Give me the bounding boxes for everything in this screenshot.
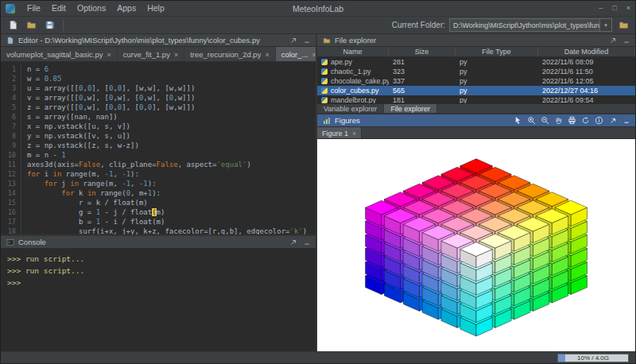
dropdown-arrow-icon[interactable]: ▼ xyxy=(599,19,611,31)
editor-tab-label: tree_recursion_2d.py xyxy=(190,50,261,59)
explorer-bottom-tab[interactable]: File explorer xyxy=(384,104,437,113)
float-panel-icon[interactable] xyxy=(288,35,298,45)
minimize-panel-icon[interactable] xyxy=(301,35,312,45)
file-name: chocolate_cake.py xyxy=(331,77,389,85)
file-size: 181 xyxy=(389,96,456,103)
cursor-icon[interactable] xyxy=(513,115,523,126)
file-row[interactable]: chocolate_cake.py337py2022/11/6 12:05 xyxy=(317,76,635,86)
tab-close-icon[interactable]: × xyxy=(107,51,111,59)
file-explorer-title: File explorer xyxy=(335,36,376,45)
file-row[interactable]: ape.py281py2022/11/6 08:09 xyxy=(317,57,635,67)
file-row[interactable]: color_cubes.py565py2022/12/27 04:16 xyxy=(317,86,635,95)
figures-panel: Figures xyxy=(317,114,635,351)
code-line[interactable]: 2w = 0.85 xyxy=(1,74,316,83)
column-header-file-type[interactable]: File Type xyxy=(456,47,538,56)
tab-close-icon[interactable]: × xyxy=(352,130,356,137)
minimize-window-icon[interactable]: – xyxy=(599,1,603,16)
line-number: 12 xyxy=(1,169,21,179)
browse-folder-icon[interactable] xyxy=(616,18,630,33)
menu-apps[interactable]: Apps xyxy=(111,1,142,16)
tab-close-icon[interactable]: × xyxy=(174,51,178,59)
editor-tab[interactable]: color_...× xyxy=(276,47,316,62)
code-text: for j in range(m, -1, -1): xyxy=(27,179,157,188)
console-icon xyxy=(5,237,15,247)
file-row[interactable]: mandelbrot.py181py2022/11/6 09:54 xyxy=(317,95,635,103)
code-text: n = 6 xyxy=(27,64,48,74)
open-file-icon[interactable] xyxy=(24,18,38,33)
tab-close-icon[interactable]: × xyxy=(265,51,269,59)
code-line[interactable]: 6s = array([nan, nan]) xyxy=(1,112,316,122)
console-panel: Console >>> run script...>>> run script.… xyxy=(1,236,316,351)
code-line[interactable]: 9z = np.vstack([z, s, w-z]) xyxy=(1,141,316,150)
maximize-window-icon[interactable]: □ xyxy=(612,1,616,16)
file-explorer-panel: File explorer NameSizeFile TypeDate Modi… xyxy=(317,34,635,114)
code-editor[interactable]: 1n = 62w = 0.853u = array([[0,0], [0,0],… xyxy=(1,62,316,234)
zoom-in-icon[interactable] xyxy=(526,115,537,126)
file-name: mandelbrot.py xyxy=(331,96,376,103)
code-line[interactable]: 15 r = k / float(m) xyxy=(1,198,316,207)
menu-edit[interactable]: Edit xyxy=(46,1,72,16)
minimize-panel-icon[interactable] xyxy=(621,115,631,126)
code-text: b = 1 - i / float(m) xyxy=(27,217,165,227)
zoom-out-icon[interactable] xyxy=(540,115,550,126)
code-text: for k in range(0, m+1): xyxy=(27,188,161,198)
code-line[interactable]: 10m = n - 1 xyxy=(1,150,316,160)
explorer-bottom-tab[interactable]: Variable explorer xyxy=(317,104,384,113)
editor-tab[interactable]: volumeplot_sagittal_basic.py× xyxy=(1,47,118,62)
code-line[interactable]: 14 for k in range(0, m+1): xyxy=(1,188,316,198)
close-window-icon[interactable]: × xyxy=(626,1,630,16)
figure-tab[interactable]: Figure 1× xyxy=(317,127,362,139)
float-panel-icon[interactable] xyxy=(288,237,298,247)
info-icon[interactable] xyxy=(594,115,604,126)
code-line[interactable]: 16 g = 1 - j / float(m) xyxy=(1,207,316,217)
menu-help[interactable]: Help xyxy=(142,1,170,16)
hand-icon[interactable] xyxy=(553,115,564,126)
console-line: >>> run script... xyxy=(7,253,309,265)
file-modified: 2022/11/6 08:09 xyxy=(538,58,635,66)
console-output[interactable]: >>> run script...>>> run script...>>> xyxy=(1,249,316,351)
code-line[interactable]: 12for i in range(m, -1, -1): xyxy=(1,169,316,179)
editor-panel-header: Editor - D:\Working\MIScript\Jython\mis\… xyxy=(1,34,316,47)
figures-tabbar: Figure 1× xyxy=(317,127,635,139)
folder-icon xyxy=(321,35,332,45)
print-icon[interactable] xyxy=(567,115,577,126)
figures-title: Figures xyxy=(335,116,360,125)
file-row[interactable]: chaotic_1.py323py2022/11/6 11:50 xyxy=(317,67,635,76)
code-line[interactable]: 13 for j in range(m, -1, -1): xyxy=(1,179,316,188)
code-text: s = array([nan, nan]) xyxy=(27,112,118,122)
new-script-icon[interactable] xyxy=(6,18,20,33)
menu-options[interactable]: Options xyxy=(72,1,111,16)
minimize-panel-icon[interactable] xyxy=(621,35,631,45)
editor-tab[interactable]: curve_fit_1.py× xyxy=(118,47,184,62)
line-number: 2 xyxy=(1,74,21,83)
file-name: color_cubes.py xyxy=(331,87,379,95)
rotate-icon[interactable] xyxy=(580,115,591,126)
column-header-name[interactable]: Name xyxy=(317,47,389,56)
file-modified: 2022/11/6 09:54 xyxy=(538,96,635,103)
tab-close-icon[interactable]: × xyxy=(312,51,316,59)
code-line[interactable]: 11axes3d(axis=False, clip_plane=False, a… xyxy=(1,160,316,169)
editor-tab[interactable]: tree_recursion_2d.py× xyxy=(184,47,276,62)
menu-file[interactable]: File xyxy=(21,1,46,16)
column-header-size[interactable]: Size xyxy=(389,47,456,56)
current-folder-combobox[interactable]: D:\Working\MIScript\Jython\mis\plot_type… xyxy=(449,18,612,32)
float-panel-icon[interactable] xyxy=(607,35,618,45)
code-line[interactable]: 5z = array([[0,w], [0,0], [0,0], [w,w]]) xyxy=(1,103,316,112)
float-panel-icon[interactable] xyxy=(607,115,618,126)
figure-canvas[interactable] xyxy=(317,139,635,351)
code-line[interactable]: 3u = array([[0,0], [0,0], [w,w], [w,w]]) xyxy=(1,83,316,93)
column-header-date-modified[interactable]: Date Modified xyxy=(538,47,635,56)
code-text: z = array([[0,w], [0,0], [0,0], [w,w]]) xyxy=(27,103,195,112)
save-icon[interactable] xyxy=(42,18,56,33)
code-line[interactable]: 7x = np.vstack([u, s, v]) xyxy=(1,122,316,131)
editor-tab-label: volumeplot_sagittal_basic.py xyxy=(6,50,103,59)
code-line[interactable]: 1n = 6 xyxy=(1,64,316,74)
code-line[interactable]: 18 surf(i+x, j+y, k+z, facecolor=[r,g,b]… xyxy=(1,227,316,234)
code-line[interactable]: 17 b = 1 - i / float(m) xyxy=(1,217,316,227)
code-line[interactable]: 4v = array([[0,w], [0,w], [0,w], [0,w]]) xyxy=(1,93,316,103)
minimize-panel-icon[interactable] xyxy=(301,237,312,247)
code-line[interactable]: 8y = np.vstack([v, s, u]) xyxy=(1,131,316,141)
editor-tabbar: volumeplot_sagittal_basic.py×curve_fit_1… xyxy=(1,47,316,62)
code-text: for i in range(m, -1, -1): xyxy=(27,169,139,179)
memory-indicator[interactable]: 10% / 4.0G xyxy=(557,354,629,362)
